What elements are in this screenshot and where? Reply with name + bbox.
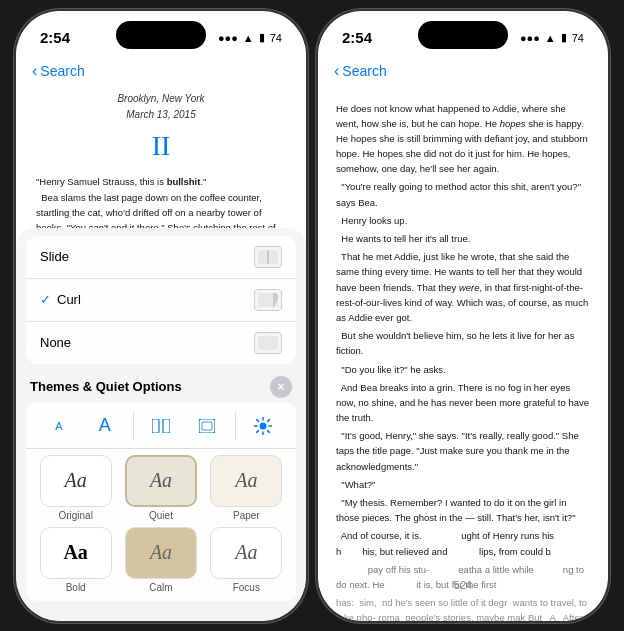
book-para-1: "Henry Samuel Strauss, this is bullshit.…: [36, 175, 286, 190]
themes-grid: Aa Original Aa Quiet Aa Pap: [26, 449, 296, 601]
status-time-right: 2:54: [342, 29, 372, 46]
theme-calm-preview: Aa: [125, 527, 197, 579]
status-bar-right: 2:54 ●●● ▲ ▮ 74: [318, 11, 608, 55]
status-time-left: 2:54: [40, 29, 70, 46]
signal-icon-right: ●●●: [520, 32, 540, 44]
reading-content: He does not know what happened to Addie,…: [318, 91, 608, 621]
battery-icon: ▮: [259, 31, 265, 44]
brightness-icon: [254, 417, 272, 435]
signal-icon: ●●●: [218, 32, 238, 44]
theme-quiet-preview: Aa: [125, 455, 197, 507]
check-icon: ✓: [40, 292, 51, 307]
theme-bold-label: Bold: [66, 582, 86, 593]
svg-rect-7: [202, 422, 212, 430]
chapter-number: II: [36, 125, 286, 167]
svg-point-8: [259, 422, 266, 429]
theme-quiet-label: Quiet: [149, 510, 173, 521]
theme-focus-preview: Aa: [210, 527, 282, 579]
back-label-right: Search: [342, 63, 386, 79]
theme-quiet[interactable]: Aa Quiet: [121, 455, 200, 521]
read-para-1: He does not know what happened to Addie,…: [336, 101, 590, 177]
close-icon: ×: [277, 380, 284, 394]
read-para-12: And of course, it is. ught of Henry runs…: [336, 528, 590, 558]
columns-icon: [152, 419, 170, 433]
book-header: Brooklyn, New YorkMarch 13, 2015 II: [36, 91, 286, 167]
svg-rect-5: [163, 419, 170, 433]
svg-line-13: [257, 419, 259, 421]
font-size-row: A A: [26, 402, 296, 449]
svg-line-16: [268, 419, 270, 421]
read-para-10: "What?": [336, 477, 590, 492]
theme-paper[interactable]: Aa Paper: [207, 455, 286, 521]
theme-paper-label: Paper: [233, 510, 260, 521]
read-para-3: Henry looks up.: [336, 213, 590, 228]
battery-icon-right: ▮: [561, 31, 567, 44]
themes-title: Themes & Quiet Options: [30, 379, 182, 394]
book-location: Brooklyn, New YorkMarch 13, 2015: [36, 91, 286, 123]
back-button-left[interactable]: ‹ Search: [32, 62, 85, 80]
read-para-7: "Do you like it?" he asks.: [336, 362, 590, 377]
format-icon: [199, 419, 215, 433]
font-large-button[interactable]: A: [87, 410, 123, 442]
svg-rect-6: [199, 419, 215, 433]
curl-label: Curl: [57, 292, 254, 307]
brightness-button[interactable]: [245, 410, 281, 442]
left-phone: 2:54 ●●● ▲ ▮ 74 ‹ Search Brooklyn, New Y…: [16, 11, 306, 621]
svg-line-15: [257, 430, 259, 432]
font-small-button[interactable]: A: [41, 410, 77, 442]
nav-bar-right: ‹ Search: [318, 55, 608, 91]
status-bar-left: 2:54 ●●● ▲ ▮ 74: [16, 11, 306, 55]
svg-line-14: [268, 430, 270, 432]
read-para-5: That he met Addie, just like he wrote, t…: [336, 249, 590, 325]
battery-level-right: 74: [572, 32, 584, 44]
battery-level-left: 74: [270, 32, 282, 44]
theme-calm-label: Calm: [149, 582, 172, 593]
none-label: None: [40, 335, 254, 350]
theme-bold[interactable]: Aa Bold: [36, 527, 115, 593]
app-container: 2:54 ●●● ▲ ▮ 74 ‹ Search Brooklyn, New Y…: [6, 1, 618, 631]
back-button-right[interactable]: ‹ Search: [334, 62, 387, 80]
chevron-left-icon-right: ‹: [334, 62, 339, 80]
theme-original-label: Original: [58, 510, 92, 521]
separator-2: [235, 412, 236, 440]
slide-icon: [254, 246, 282, 268]
read-para-9: "It's good, Henry," she says. "It's real…: [336, 428, 590, 474]
nav-bar-left: ‹ Search: [16, 55, 306, 91]
read-para-2: "You're really going to method actor thi…: [336, 179, 590, 209]
read-para-8: And Bea breaks into a grin. There is no …: [336, 380, 590, 426]
columns-button[interactable]: [143, 410, 179, 442]
transition-menu: Slide ✓ Curl None: [26, 236, 296, 364]
theme-bold-preview: Aa: [40, 527, 112, 579]
wifi-icon: ▲: [243, 32, 254, 44]
format-button[interactable]: [189, 410, 225, 442]
read-para-4: He wants to tell her it's all true.: [336, 231, 590, 246]
transition-none[interactable]: None: [26, 322, 296, 364]
separator-1: [133, 412, 134, 440]
page-number: 524: [318, 579, 608, 591]
read-para-14: has: sim, nd he's seen so little of it d…: [336, 595, 590, 620]
status-icons-left: ●●● ▲ ▮ 74: [218, 31, 282, 44]
close-button[interactable]: ×: [270, 376, 292, 398]
svg-rect-4: [152, 419, 159, 433]
curl-icon: [254, 289, 282, 311]
theme-calm[interactable]: Aa Calm: [121, 527, 200, 593]
none-icon: [254, 332, 282, 354]
themes-header: Themes & Quiet Options ×: [16, 368, 306, 402]
wifi-icon-right: ▲: [545, 32, 556, 44]
transition-curl[interactable]: ✓ Curl: [26, 279, 296, 322]
status-icons-right: ●●● ▲ ▮ 74: [520, 31, 584, 44]
slide-label: Slide: [40, 249, 254, 264]
theme-focus[interactable]: Aa Focus: [207, 527, 286, 593]
theme-focus-label: Focus: [233, 582, 260, 593]
right-phone: 2:54 ●●● ▲ ▮ 74 ‹ Search He does not kno…: [318, 11, 608, 621]
read-para-11: "My thesis. Remember? I wanted to do it …: [336, 495, 590, 525]
back-label-left: Search: [40, 63, 84, 79]
bottom-panel: Slide ✓ Curl None: [16, 228, 306, 621]
chevron-left-icon: ‹: [32, 62, 37, 80]
read-para-6: But she wouldn't believe him, so he lets…: [336, 328, 590, 358]
theme-paper-preview: Aa: [210, 455, 282, 507]
theme-original-preview: Aa: [40, 455, 112, 507]
theme-original[interactable]: Aa Original: [36, 455, 115, 521]
svg-rect-3: [258, 336, 278, 350]
transition-slide[interactable]: Slide: [26, 236, 296, 279]
